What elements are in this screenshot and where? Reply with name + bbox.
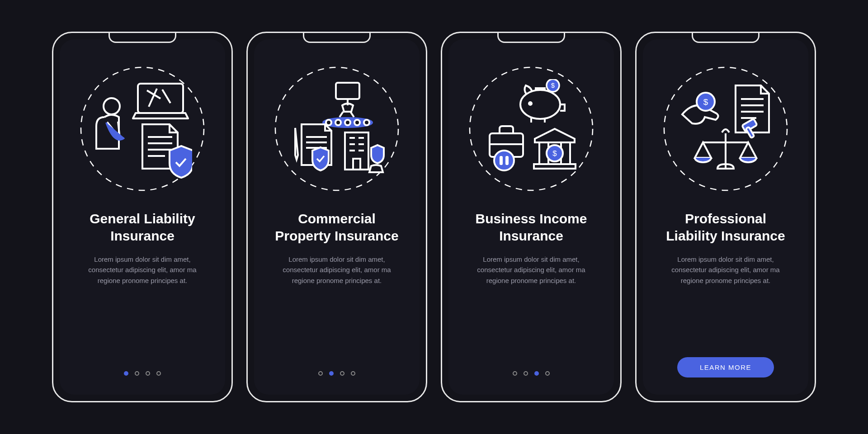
general-liability-icon <box>79 66 206 192</box>
screen-description: Lorem ipsum dolor sit dim amet, consecte… <box>461 254 601 286</box>
phone-frame-2: Commercial Property Insurance Lorem ipsu… <box>246 32 427 402</box>
dot-3[interactable] <box>340 371 344 376</box>
svg-point-10 <box>326 120 331 125</box>
screen-description: Lorem ipsum dolor sit dim amet, consecte… <box>656 254 796 286</box>
dot-2[interactable] <box>329 371 334 376</box>
svg-text:$: $ <box>552 149 557 158</box>
dot-2[interactable] <box>524 371 528 376</box>
phone-notch <box>303 33 371 43</box>
phone-frame-3: $ <box>441 32 622 402</box>
svg-point-2 <box>104 98 120 114</box>
onboarding-screen-1: General Liability Insurance Lorem ipsum … <box>60 39 225 395</box>
dot-1[interactable] <box>124 371 128 376</box>
svg-point-12 <box>345 120 350 125</box>
screen-title: Business Income Insurance <box>461 210 601 244</box>
svg-rect-28 <box>536 88 545 90</box>
svg-point-29 <box>529 102 532 105</box>
dot-1[interactable] <box>513 371 517 376</box>
phone-frame-1: General Liability Insurance Lorem ipsum … <box>52 32 233 402</box>
phone-notch <box>108 33 176 43</box>
dot-1[interactable] <box>318 371 323 376</box>
dot-3[interactable] <box>146 371 150 376</box>
phone-frame-4: $ Professional Liability Insurance <box>635 32 816 402</box>
dot-3[interactable] <box>534 371 539 376</box>
pagination-dots <box>513 371 550 376</box>
onboarding-screen-2: Commercial Property Insurance Lorem ipsu… <box>254 39 420 395</box>
svg-rect-50 <box>746 127 755 138</box>
professional-liability-icon: $ <box>662 66 789 192</box>
svg-point-11 <box>335 120 341 125</box>
phone-notch <box>497 33 565 43</box>
onboarding-screen-4: $ Professional Liability Insurance <box>643 39 808 395</box>
svg-rect-41 <box>534 164 576 169</box>
business-income-icon: $ <box>468 66 594 192</box>
svg-point-34 <box>494 151 514 170</box>
svg-text:$: $ <box>703 97 708 107</box>
screen-description: Lorem ipsum dolor sit dim amet, consecte… <box>72 254 212 286</box>
onboarding-screen-3: $ <box>448 39 614 395</box>
svg-rect-8 <box>336 83 359 99</box>
dot-4[interactable] <box>545 371 550 376</box>
learn-more-button[interactable]: LEARN MORE <box>677 357 774 377</box>
dot-4[interactable] <box>351 371 355 376</box>
pagination-dots <box>124 371 161 376</box>
commercial-property-icon <box>274 66 400 192</box>
svg-point-13 <box>354 120 360 125</box>
dot-4[interactable] <box>156 371 161 376</box>
screen-title: Commercial Property Insurance <box>267 210 407 244</box>
svg-text:$: $ <box>551 81 555 89</box>
pagination-dots <box>318 371 355 376</box>
svg-rect-18 <box>345 132 368 170</box>
dot-2[interactable] <box>135 371 139 376</box>
screen-description: Lorem ipsum dolor sit dim amet, consecte… <box>267 254 407 286</box>
svg-point-14 <box>364 120 369 125</box>
screen-title: General Liability Insurance <box>72 210 212 244</box>
svg-rect-25 <box>353 159 360 170</box>
phone-notch <box>692 33 760 43</box>
screen-title: Professional Liability Insurance <box>656 210 796 244</box>
svg-rect-36 <box>505 156 509 165</box>
svg-rect-35 <box>500 156 503 165</box>
